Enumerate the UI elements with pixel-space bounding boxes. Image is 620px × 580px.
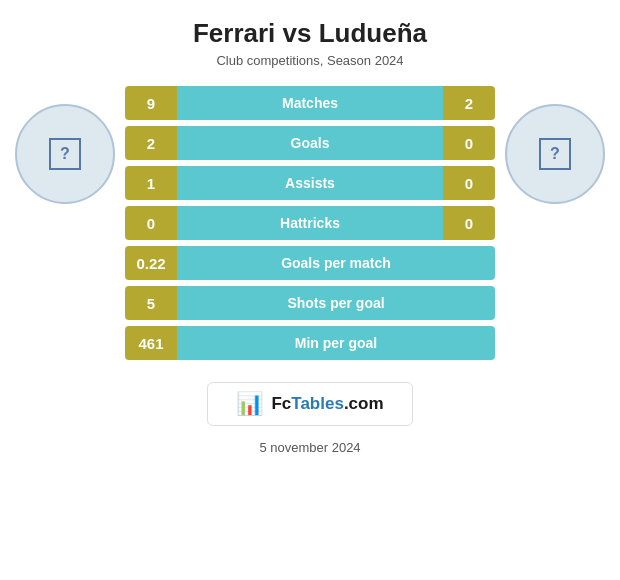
left-avatar-wrap: ? xyxy=(15,86,125,204)
stat-row: 1Assists0 xyxy=(125,166,495,200)
stat-row: 461Min per goal xyxy=(125,326,495,360)
date-label: 5 november 2024 xyxy=(259,440,360,455)
stats-block: 9Matches22Goals01Assists00Hattricks00.22… xyxy=(125,86,495,360)
main-container: Ferrari vs Ludueña Club competitions, Se… xyxy=(0,0,620,580)
stat-label: Min per goal xyxy=(177,326,495,360)
left-avatar: ? xyxy=(15,104,115,204)
logo-text: FcTables.com xyxy=(271,394,383,414)
stat-row: 9Matches2 xyxy=(125,86,495,120)
stat-value-right: 2 xyxy=(443,86,495,120)
right-avatar: ? xyxy=(505,104,605,204)
stat-value-left: 9 xyxy=(125,86,177,120)
stat-value-right: 0 xyxy=(443,206,495,240)
stat-row: 0Hattricks0 xyxy=(125,206,495,240)
stat-value-left: 2 xyxy=(125,126,177,160)
page-subtitle: Club competitions, Season 2024 xyxy=(216,53,403,68)
stat-value-right: 0 xyxy=(443,126,495,160)
stat-value-left: 1 xyxy=(125,166,177,200)
stat-value-left: 461 xyxy=(125,326,177,360)
logo-area: 📊 FcTables.com xyxy=(207,382,412,426)
stat-label: Matches xyxy=(177,86,443,120)
stat-row: 5Shots per goal xyxy=(125,286,495,320)
page-title: Ferrari vs Ludueña xyxy=(193,18,427,49)
stat-label: Hattricks xyxy=(177,206,443,240)
stat-label: Assists xyxy=(177,166,443,200)
stat-value-left: 0.22 xyxy=(125,246,177,280)
stat-label: Goals per match xyxy=(177,246,495,280)
stat-label: Shots per goal xyxy=(177,286,495,320)
stat-label: Goals xyxy=(177,126,443,160)
right-avatar-placeholder: ? xyxy=(539,138,571,170)
stat-row: 2Goals0 xyxy=(125,126,495,160)
stat-row: 0.22Goals per match xyxy=(125,246,495,280)
logo-icon: 📊 xyxy=(236,391,263,417)
stat-value-left: 0 xyxy=(125,206,177,240)
right-avatar-wrap: ? xyxy=(495,86,605,204)
main-row: ? 9Matches22Goals01Assists00Hattricks00.… xyxy=(0,86,620,360)
stat-value-right: 0 xyxy=(443,166,495,200)
left-avatar-placeholder: ? xyxy=(49,138,81,170)
stat-value-left: 5 xyxy=(125,286,177,320)
